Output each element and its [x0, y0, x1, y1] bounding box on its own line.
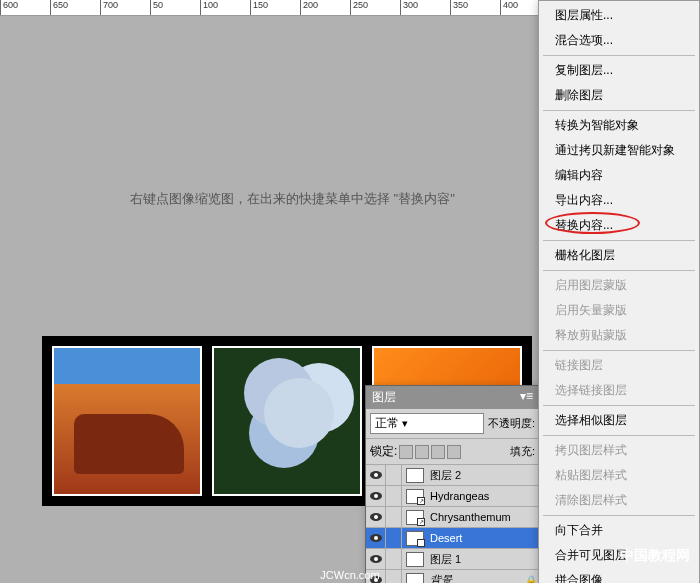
menu-separator — [543, 55, 695, 56]
panel-title: 图层 — [372, 389, 396, 406]
layer-thumbnail[interactable] — [406, 573, 424, 584]
context-menu: 图层属性...混合选项...复制图层...删除图层转换为智能对象通过拷贝新建智能… — [538, 0, 700, 583]
menu-item[interactable]: 图层属性... — [539, 3, 699, 28]
layer-name[interactable]: Chrysanthemum — [428, 511, 539, 523]
visibility-toggle[interactable] — [366, 528, 386, 548]
layer-row[interactable]: 图层 1 — [366, 549, 539, 570]
highlight-oval — [545, 212, 640, 234]
menu-item[interactable]: 拼合图像 — [539, 568, 699, 583]
menu-item: 清除图层样式 — [539, 488, 699, 513]
eye-icon — [370, 492, 382, 500]
ruler-mark: 350 — [450, 0, 500, 15]
layer-name[interactable]: Desert — [428, 532, 539, 544]
eye-icon — [370, 471, 382, 479]
layer-thumbnail[interactable] — [406, 552, 424, 567]
menu-item: 启用图层蒙版 — [539, 273, 699, 298]
layer-thumbnail[interactable]: ↗ — [406, 510, 424, 525]
blend-row: 正常 ▾ 不透明度: — [366, 409, 539, 439]
eye-icon — [370, 555, 382, 563]
link-col — [386, 465, 402, 485]
layer-thumbnail[interactable]: ↗ — [406, 531, 424, 546]
lock-pixels-icon[interactable] — [415, 445, 429, 459]
layer-row[interactable]: 背景🔒 — [366, 570, 539, 583]
menu-separator — [543, 515, 695, 516]
menu-item: 拷贝图层样式 — [539, 438, 699, 463]
visibility-toggle[interactable] — [366, 486, 386, 506]
rock-shape — [74, 414, 184, 474]
ruler-mark: 700 — [100, 0, 150, 15]
menu-item: 释放剪贴蒙版 — [539, 323, 699, 348]
layer-thumbnail[interactable]: ↗ — [406, 489, 424, 504]
lock-position-icon[interactable] — [431, 445, 445, 459]
layer-thumbnail[interactable] — [406, 468, 424, 483]
ruler-mark: 200 — [300, 0, 350, 15]
instruction-text: 右键点图像缩览图，在出来的快捷菜单中选择 "替换内容" — [130, 190, 455, 208]
lock-all-icon[interactable] — [447, 445, 461, 459]
menu-item: 链接图层 — [539, 353, 699, 378]
visibility-toggle[interactable] — [366, 507, 386, 527]
lock-icon: 🔒 — [525, 575, 539, 584]
menu-separator — [543, 240, 695, 241]
menu-item[interactable]: 复制图层... — [539, 58, 699, 83]
menu-separator — [543, 110, 695, 111]
layers-panel: 图层 ▾≡ 正常 ▾ 不透明度: 锁定: 填充: 图层 2↗Hydrangeas… — [365, 385, 540, 583]
layer-row[interactable]: ↗Hydrangeas — [366, 486, 539, 507]
layer-name[interactable]: 图层 1 — [428, 552, 539, 567]
fill-label: 填充: — [510, 444, 535, 459]
lock-label: 锁定: — [370, 443, 397, 460]
thumb-flower[interactable] — [212, 346, 362, 496]
smart-object-badge: ↗ — [417, 539, 425, 547]
blend-mode-dropdown[interactable]: 正常 ▾ — [370, 413, 484, 434]
lock-row: 锁定: 填充: — [366, 439, 539, 465]
lock-transparency-icon[interactable] — [399, 445, 413, 459]
flower-shape — [264, 378, 334, 448]
menu-item[interactable]: 选择相似图层 — [539, 408, 699, 433]
watermark-bottom: 中国教程网 — [620, 547, 690, 565]
eye-icon — [370, 534, 382, 542]
link-col — [386, 486, 402, 506]
layer-name[interactable]: 背景 — [428, 573, 525, 584]
link-col — [386, 549, 402, 569]
panel-menu-icon[interactable]: ▾≡ — [520, 389, 533, 406]
ruler-mark: 600 — [0, 0, 50, 15]
visibility-toggle[interactable] — [366, 549, 386, 569]
layer-name[interactable]: 图层 2 — [428, 468, 539, 483]
menu-item[interactable]: 通过拷贝新建智能对象 — [539, 138, 699, 163]
menu-item: 粘贴图层样式 — [539, 463, 699, 488]
ruler-mark: 250 — [350, 0, 400, 15]
menu-item[interactable]: 向下合并 — [539, 518, 699, 543]
ruler-mark: 100 — [200, 0, 250, 15]
layer-row[interactable]: ↗Desert — [366, 528, 539, 549]
layer-row[interactable]: ↗Chrysanthemum — [366, 507, 539, 528]
ruler-mark: 650 — [50, 0, 100, 15]
menu-item[interactable]: 转换为智能对象 — [539, 113, 699, 138]
ruler-mark: 300 — [400, 0, 450, 15]
menu-item[interactable]: 栅格化图层 — [539, 243, 699, 268]
layer-name[interactable]: Hydrangeas — [428, 490, 539, 502]
menu-item: 选择链接图层 — [539, 378, 699, 403]
visibility-toggle[interactable] — [366, 465, 386, 485]
menu-item[interactable]: 替换内容... — [539, 213, 699, 238]
menu-item[interactable]: 导出内容... — [539, 188, 699, 213]
ruler-mark: 50 — [150, 0, 200, 15]
opacity-label: 不透明度: — [488, 416, 535, 431]
lock-icons — [399, 445, 461, 459]
menu-item[interactable]: 编辑内容 — [539, 163, 699, 188]
layer-list: 图层 2↗Hydrangeas↗Chrysanthemum↗Desert图层 1… — [366, 465, 539, 583]
ruler-mark: 150 — [250, 0, 300, 15]
panel-header[interactable]: 图层 ▾≡ — [366, 386, 539, 409]
link-col — [386, 570, 402, 583]
menu-item[interactable]: 删除图层 — [539, 83, 699, 108]
link-col — [386, 528, 402, 548]
menu-separator — [543, 270, 695, 271]
menu-separator — [543, 405, 695, 406]
smart-object-badge: ↗ — [417, 518, 425, 526]
menu-separator — [543, 435, 695, 436]
thumb-desert[interactable] — [52, 346, 202, 496]
menu-separator — [543, 350, 695, 351]
menu-item[interactable]: 混合选项... — [539, 28, 699, 53]
eye-icon — [370, 513, 382, 521]
jcw-watermark: JCWcn.com — [320, 569, 379, 581]
layer-row[interactable]: 图层 2 — [366, 465, 539, 486]
menu-item: 启用矢量蒙版 — [539, 298, 699, 323]
